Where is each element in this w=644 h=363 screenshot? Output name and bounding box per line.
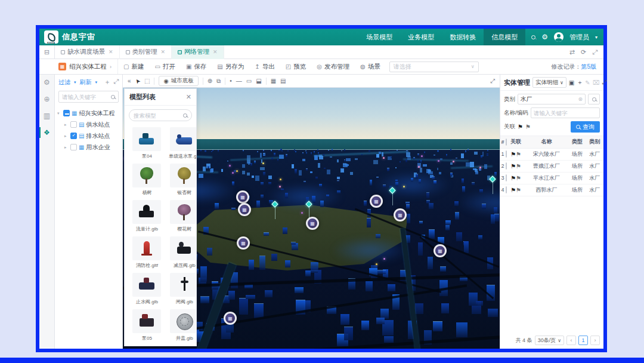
collapse-icon[interactable]: « [128, 78, 131, 84]
filter-link[interactable]: 过滤 [58, 78, 70, 87]
model-item[interactable]: 井盖.glb [169, 309, 196, 342]
username[interactable]: 管理员 [569, 33, 589, 42]
table-row[interactable]: 1⚑⚑宋六陵水厂场所水厂 [500, 148, 603, 160]
entity-detail-select[interactable]: 实体明细 ∨ [532, 77, 566, 88]
toolbar-button[interactable]: ▭打开 [149, 59, 180, 74]
expand-icon[interactable]: ⤢ [592, 48, 597, 56]
box-select-tool-icon[interactable]: ⬚ [144, 78, 150, 84]
tree-checkbox[interactable] [70, 133, 77, 139]
station-marker[interactable]: ▦ [237, 236, 250, 250]
note-icon[interactable]: ▤ [280, 78, 286, 84]
note-icon[interactable]: ▣ [569, 79, 574, 86]
nav-item[interactable]: 业务模型 [400, 29, 442, 45]
station-marker[interactable]: ▦ [434, 244, 447, 257]
flag-alt-icon[interactable]: ⚑ [516, 151, 521, 158]
toolbar-button[interactable]: ↥导出 [249, 59, 280, 74]
add-icon[interactable]: ＋ [577, 78, 583, 87]
toolbar-button[interactable]: ▣保存 [181, 59, 212, 74]
flag-icon[interactable]: ⚑ [510, 163, 516, 170]
tab-close-icon[interactable]: ✕ [161, 49, 166, 55]
query-button[interactable]: 查询 [571, 121, 600, 133]
flag-icon[interactable]: ⚑ [510, 175, 516, 182]
search-icon[interactable] [111, 95, 115, 99]
tree-checkbox[interactable] [70, 121, 77, 128]
next-page-button[interactable]: › [590, 336, 600, 345]
station-marker[interactable]: ▦ [236, 190, 249, 204]
delete-icon[interactable]: ⌧ [593, 79, 600, 86]
station-marker[interactable]: ▦ [306, 217, 319, 230]
add-icon[interactable]: ＋ [104, 78, 110, 87]
user-menu-caret-icon[interactable]: ▾ [595, 35, 597, 40]
viewport-fullscreen-icon[interactable]: ⤢ [490, 78, 495, 84]
tree-checkbox[interactable] [70, 144, 77, 150]
globe-icon[interactable]: ⊕ [208, 78, 212, 84]
model-item[interactable]: 消防栓.gltf [129, 236, 165, 269]
page-size-select[interactable]: 30条/页 ∨ [535, 336, 564, 345]
tree-caret-icon[interactable]: ▾ [57, 111, 61, 116]
row-checkbox[interactable] [506, 150, 507, 158]
category-input[interactable] [521, 96, 576, 103]
layers-icon[interactable]: ▦ [271, 78, 276, 84]
pointer-tool-icon[interactable]: ➤ [134, 77, 141, 85]
model-item[interactable]: 泵04 [129, 127, 165, 159]
nav-item[interactable]: 信息模型 [484, 29, 525, 45]
row-checkbox[interactable] [506, 186, 507, 193]
refresh-link[interactable]: 刷新 [80, 78, 92, 87]
rect-tool-icon[interactable]: ▭ [246, 78, 252, 84]
tree-node[interactable]: ▸▤排水站点 [57, 130, 120, 141]
tab[interactable]: 缺水调度场景✕ [55, 45, 120, 59]
table-row[interactable]: 4⚑⚑西郭水厂场所水厂 [500, 184, 603, 196]
scene-select[interactable]: 请选择 ∨ [389, 61, 479, 72]
city-base-button[interactable]: ◉城市底板 [159, 76, 198, 86]
swap-icon[interactable]: ⇄ [569, 48, 575, 56]
tree-caret-icon[interactable]: ▸ [64, 122, 69, 127]
avatar[interactable] [554, 32, 564, 42]
tabs-menu-icon[interactable]: ⊟ [39, 45, 55, 59]
globe-icon[interactable]: ⊕ [39, 95, 55, 103]
link-icon[interactable]: ⧉ [216, 78, 221, 84]
flag-alt-icon[interactable]: ⚑ [516, 163, 521, 170]
fullscreen-icon[interactable]: ⤢ [602, 79, 606, 86]
station-marker[interactable]: ▦ [224, 312, 237, 325]
model-item[interactable]: 止水阀.glb [129, 273, 165, 305]
tab-close-icon[interactable]: ✕ [213, 49, 218, 55]
revision-link[interactable]: 第5版 [581, 63, 596, 70]
row-checkbox[interactable] [506, 162, 507, 170]
select-all-checkbox[interactable] [506, 139, 507, 146]
tree-node[interactable]: ▸▤供水站点 [57, 119, 120, 130]
flag-alt-icon[interactable]: ⚑ [516, 187, 521, 193]
table-row[interactable]: 3⚑⚑平水江水厂场所水厂 [500, 172, 603, 184]
page-1-button[interactable]: 1 [578, 336, 588, 345]
station-marker[interactable]: ▦ [370, 195, 383, 208]
table-row[interactable]: 2⚑⚑曹娥江水厂场所水厂 [500, 160, 603, 172]
model-cube-icon[interactable]: ❖ [39, 128, 55, 137]
tree-node[interactable]: ▾▦绍兴实体工程 [57, 107, 120, 119]
toolbar-button[interactable]: ▤另存为 [212, 59, 249, 74]
line-tool-icon[interactable]: — [236, 78, 242, 84]
save-view-icon[interactable]: ⬓ [256, 78, 261, 84]
row-checkbox[interactable] [506, 174, 507, 182]
station-marker[interactable]: ▦ [238, 203, 251, 216]
flag-icon[interactable]: ⚑ [510, 151, 516, 158]
tree-caret-icon[interactable]: ▸ [64, 134, 69, 139]
flag-alt-icon[interactable]: ⚑ [525, 124, 531, 130]
tab-close-icon[interactable]: ✕ [109, 49, 113, 55]
refresh-icon[interactable]: ⟳ [581, 48, 586, 56]
flag-alt-icon[interactable]: ⚑ [516, 175, 521, 182]
project-selector[interactable]: ▦ 绍兴实体工程 › [39, 59, 118, 74]
name-code-input[interactable] [534, 110, 597, 116]
fullscreen-icon[interactable]: ⤢ [113, 78, 119, 87]
clear-icon[interactable]: ⊗ [578, 96, 583, 102]
nav-item[interactable]: 场景模型 [358, 29, 400, 45]
edit-icon[interactable]: ✎ [585, 79, 590, 86]
prev-page-button[interactable]: ‹ [566, 336, 576, 345]
category-search-button[interactable] [588, 94, 600, 104]
flag-icon[interactable]: ⚑ [510, 187, 516, 193]
settings-icon[interactable]: ⚙ [541, 33, 548, 41]
point-tool-icon[interactable]: • [230, 78, 232, 84]
tree-search-input[interactable] [62, 94, 109, 100]
toolbar-button[interactable]: ◎发布管理 [311, 59, 355, 74]
model-item[interactable]: 闸阀.glb [169, 273, 196, 305]
close-icon[interactable]: ✕ [186, 93, 191, 101]
toolbar-button[interactable]: ◰预览 [280, 59, 311, 74]
